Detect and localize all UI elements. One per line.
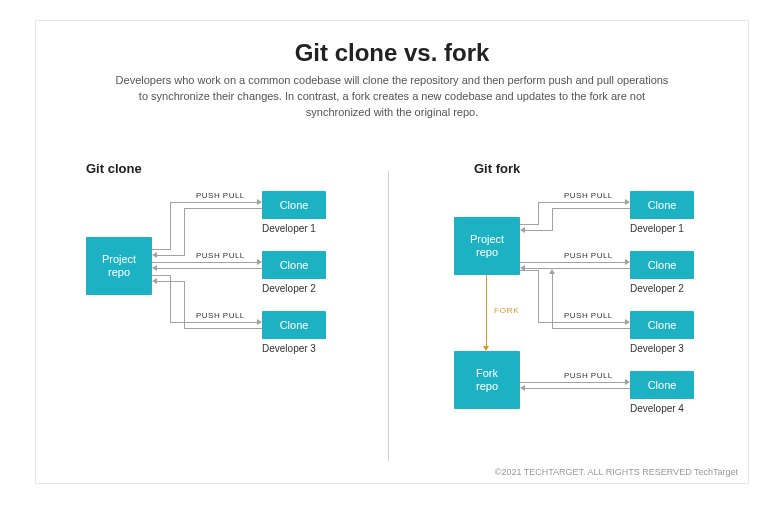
center-divider — [388, 171, 389, 461]
fork-connector — [486, 275, 487, 346]
arrow-icon — [257, 259, 262, 265]
dev-label-r4: Developer 4 — [630, 403, 684, 414]
clone-box-1: Clone — [262, 191, 326, 219]
git-fork-section: Git fork Project repo Fork repo Clone De… — [414, 161, 734, 481]
connector — [525, 268, 630, 269]
arrow-icon — [257, 199, 262, 205]
fork-repo-label: Fork repo — [476, 367, 498, 392]
connector — [520, 270, 538, 271]
clone-box-3: Clone — [262, 311, 326, 339]
diagram-subtitle: Developers who work on a common codebase… — [112, 73, 672, 121]
connector — [157, 281, 185, 282]
connector — [525, 230, 553, 231]
dev-label-r3: Developer 3 — [630, 343, 684, 354]
dev-label-1: Developer 1 — [262, 223, 316, 234]
push-pull-label: PUSH PULL — [564, 311, 613, 320]
project-repo-label-r: Project repo — [470, 233, 504, 258]
connector — [157, 255, 185, 256]
project-repo-box-r: Project repo — [454, 217, 520, 275]
connector — [538, 202, 539, 225]
arrow-icon — [625, 199, 630, 205]
footer-attribution: ©2021 TECHTARGET. ALL RIGHTS RESERVED Te… — [495, 467, 738, 477]
project-repo-label: Project repo — [102, 253, 136, 278]
diagram-canvas: Git clone vs. fork Developers who work o… — [35, 20, 749, 484]
connector — [520, 224, 538, 225]
connector — [538, 202, 625, 203]
connector — [170, 275, 171, 323]
connector — [152, 249, 170, 250]
arrow-icon — [152, 252, 157, 258]
fork-repo-box: Fork repo — [454, 351, 520, 409]
connector — [184, 208, 262, 209]
connector — [184, 281, 185, 329]
push-pull-label: PUSH PULL — [564, 251, 613, 260]
dev-label-r2: Developer 2 — [630, 283, 684, 294]
fork-label: FORK — [494, 306, 519, 315]
arrow-icon — [625, 379, 630, 385]
connector — [170, 202, 171, 250]
connector — [184, 328, 262, 329]
arrow-icon — [520, 385, 525, 391]
connector — [152, 275, 170, 276]
connector — [552, 274, 553, 329]
clone-box-r1: Clone — [630, 191, 694, 219]
push-pull-label: PUSH PULL — [196, 311, 245, 320]
diagram-title: Git clone vs. fork — [36, 39, 748, 67]
connector — [157, 268, 262, 269]
arrow-icon — [549, 269, 555, 274]
dev-label-r1: Developer 1 — [630, 223, 684, 234]
project-repo-box: Project repo — [86, 237, 152, 295]
connector — [520, 262, 625, 263]
connector — [170, 202, 257, 203]
arrow-icon — [520, 227, 525, 233]
push-pull-label: PUSH PULL — [564, 371, 613, 380]
connector — [552, 208, 553, 231]
fork-heading: Git fork — [474, 161, 520, 176]
connector — [152, 262, 257, 263]
push-pull-label: PUSH PULL — [564, 191, 613, 200]
dev-label-3: Developer 3 — [262, 343, 316, 354]
arrow-icon — [625, 319, 630, 325]
push-pull-label: PUSH PULL — [196, 191, 245, 200]
connector — [552, 328, 630, 329]
clone-box-r2: Clone — [630, 251, 694, 279]
clone-box-r3: Clone — [630, 311, 694, 339]
arrow-icon — [152, 265, 157, 271]
connector — [525, 388, 630, 389]
connector — [520, 382, 625, 383]
arrow-icon — [257, 319, 262, 325]
connector — [184, 208, 185, 256]
git-clone-section: Git clone Project repo Clone Developer 1… — [66, 161, 386, 461]
clone-box-2: Clone — [262, 251, 326, 279]
push-pull-label: PUSH PULL — [196, 251, 245, 260]
dev-label-2: Developer 2 — [262, 283, 316, 294]
fork-arrow-icon — [483, 346, 489, 351]
clone-box-r4: Clone — [630, 371, 694, 399]
clone-heading: Git clone — [86, 161, 142, 176]
connector — [538, 270, 539, 323]
connector — [552, 208, 630, 209]
arrow-icon — [625, 259, 630, 265]
arrow-icon — [152, 278, 157, 284]
